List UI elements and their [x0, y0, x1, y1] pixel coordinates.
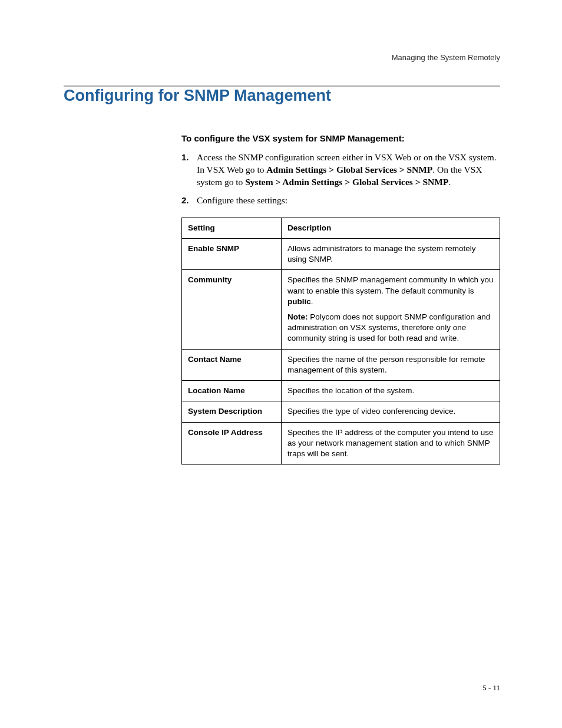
- step-text: Configure these settings:: [197, 195, 287, 205]
- table-row: Location Name Specifies the location of …: [182, 381, 500, 401]
- table-row: Console IP Address Specifies the IP addr…: [182, 422, 500, 465]
- step-bold: System > Admin Settings > Global Service…: [245, 177, 448, 187]
- table-header-row: Setting Description: [182, 218, 500, 238]
- page: Managing the System Remotely Configuring…: [0, 0, 562, 728]
- step-body: Access the SNMP configuration screen eit…: [197, 151, 500, 189]
- setting-name: Community: [182, 270, 282, 349]
- desc-text: Specifies the location of the system.: [287, 386, 494, 396]
- col-header-description: Description: [282, 218, 500, 238]
- table-row: Enable SNMP Allows administrators to man…: [182, 238, 500, 269]
- desc-text: Specifies the SNMP management community …: [287, 275, 494, 307]
- note-text: Polycom does not support SNMP configurat…: [287, 312, 490, 342]
- desc-text: Specifies the type of video conferencing…: [287, 406, 494, 417]
- setting-description: Specifies the name of the person respons…: [282, 349, 500, 380]
- note-label: Note:: [287, 312, 308, 321]
- setting-name: Location Name: [182, 381, 282, 401]
- table-row: Community Specifies the SNMP management …: [182, 270, 500, 349]
- step-item: 1. Access the SNMP configuration screen …: [181, 151, 500, 189]
- settings-table: Setting Description Enable SNMP Allows a…: [181, 218, 500, 465]
- setting-description: Specifies the location of the system.: [282, 381, 500, 401]
- step-number: 2.: [181, 195, 197, 207]
- desc-text: Allows administrators to manage the syst…: [287, 243, 494, 265]
- page-number: 5 - 11: [482, 683, 500, 693]
- setting-description: Allows administrators to manage the syst…: [282, 238, 500, 269]
- setting-name: System Description: [182, 401, 282, 422]
- step-number: 1.: [181, 151, 197, 189]
- step-body: Configure these settings:: [197, 195, 500, 207]
- setting-name: Contact Name: [182, 349, 282, 380]
- procedure-title: To configure the VSX system for SNMP Man…: [181, 133, 500, 143]
- steps-list: 1. Access the SNMP configuration screen …: [181, 151, 500, 207]
- setting-name: Console IP Address: [182, 422, 282, 465]
- desc-text: Specifies the IP address of the computer…: [287, 427, 494, 460]
- desc-text: Specifies the name of the person respons…: [287, 354, 494, 375]
- setting-description: Specifies the IP address of the computer…: [282, 422, 500, 465]
- step-bold: Admin Settings > Global Services > SNMP: [266, 164, 432, 174]
- desc-span: .: [311, 297, 313, 306]
- col-header-setting: Setting: [182, 218, 282, 238]
- desc-note: Note: Polycom does not support SNMP conf…: [287, 312, 494, 344]
- section-title: Configuring for SNMP Management: [64, 87, 500, 105]
- desc-span: Specifies the SNMP management community …: [287, 275, 493, 295]
- step-text: .: [448, 177, 451, 187]
- table-row: System Description Specifies the type of…: [182, 401, 500, 422]
- running-head: Managing the System Remotely: [64, 53, 500, 65]
- body-content: To configure the VSX system for SNMP Man…: [181, 133, 500, 465]
- step-item: 2. Configure these settings:: [181, 195, 500, 207]
- setting-description: Specifies the SNMP management community …: [282, 270, 500, 349]
- table-row: Contact Name Specifies the name of the p…: [182, 349, 500, 380]
- setting-name: Enable SNMP: [182, 238, 282, 269]
- desc-bold: public: [287, 297, 311, 306]
- setting-description: Specifies the type of video conferencing…: [282, 401, 500, 422]
